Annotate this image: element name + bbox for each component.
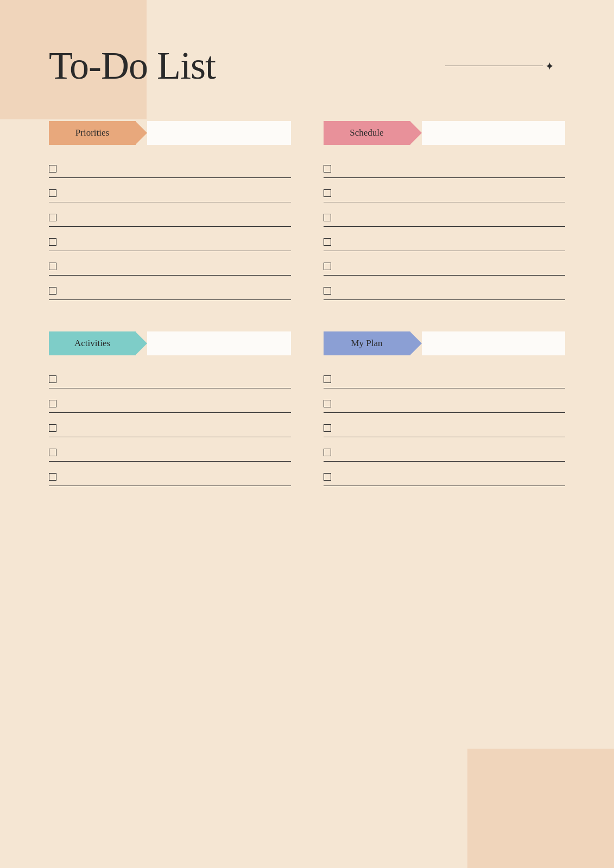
checkbox[interactable] [324,375,331,383]
schedule-chevron [410,121,422,145]
list-item [49,417,291,437]
checkbox[interactable] [324,238,331,246]
schedule-header: Schedule [324,121,566,145]
activities-checklist [49,368,291,486]
priorities-checklist [49,158,291,300]
checkbox[interactable] [49,214,56,221]
item-line [340,399,566,408]
list-item [49,368,291,388]
item-line [65,164,291,173]
item-line [65,262,291,271]
list-item [324,231,566,251]
list-item [324,442,566,462]
item-line [340,262,566,271]
checkbox[interactable] [49,238,56,246]
activities-label-text: Activities [49,331,136,355]
item-line [65,238,291,246]
activities-input-area[interactable] [147,331,291,355]
list-item [324,280,566,300]
list-item [324,256,566,276]
priorities-label: Priorities [49,121,136,145]
list-item [49,393,291,413]
title-row: To-Do List ✦ [49,43,565,88]
checkbox[interactable] [49,287,56,295]
activities-section: Activities [49,331,291,490]
checkbox[interactable] [49,473,56,481]
list-item [49,158,291,178]
list-item [324,368,566,388]
item-line [340,238,566,246]
list-item [49,207,291,227]
item-line [65,473,291,481]
myplan-section: My Plan [324,331,566,490]
myplan-header: My Plan [324,331,566,355]
myplan-chevron [410,331,422,355]
item-line [65,448,291,457]
checkbox[interactable] [324,165,331,173]
item-line [340,213,566,222]
checkbox[interactable] [324,214,331,221]
schedule-section: Schedule [324,121,566,304]
myplan-label-text: My Plan [324,331,410,355]
checkbox[interactable] [49,263,56,270]
item-line [340,473,566,481]
item-line [340,424,566,432]
top-sections-row: Priorities [49,121,565,331]
page-title: To-Do List [49,43,216,88]
item-line [65,424,291,432]
item-line [340,448,566,457]
list-item [49,231,291,251]
checkbox[interactable] [49,189,56,197]
myplan-checklist [324,368,566,486]
list-item [324,158,566,178]
checkbox[interactable] [324,287,331,295]
item-line [65,286,291,295]
list-item [49,280,291,300]
checkbox[interactable] [49,375,56,383]
schedule-input-area[interactable] [422,121,566,145]
corner-decoration-bottom-right [467,749,614,868]
schedule-label: Schedule [324,121,410,145]
priorities-header: Priorities [49,121,291,145]
list-item [49,442,291,462]
checkbox[interactable] [324,189,331,197]
item-line [340,164,566,173]
item-line [340,286,566,295]
bottom-sections-row: Activities [49,331,565,518]
checkbox[interactable] [49,165,56,173]
item-line [340,189,566,197]
list-item [49,256,291,276]
activities-header: Activities [49,331,291,355]
checkbox[interactable] [324,400,331,407]
checkbox[interactable] [49,400,56,407]
priorities-chevron [135,121,147,145]
checkbox[interactable] [49,424,56,432]
checkbox[interactable] [324,263,331,270]
decoration-line [445,66,543,67]
checkbox[interactable] [324,424,331,432]
list-item [324,393,566,413]
list-item [49,182,291,202]
item-line [65,375,291,384]
list-item [324,417,566,437]
schedule-checklist [324,158,566,300]
priorities-section: Priorities [49,121,291,304]
checkbox[interactable] [49,449,56,456]
myplan-input-area[interactable] [422,331,566,355]
title-decoration: ✦ [445,61,554,72]
item-line [65,189,291,197]
item-line [65,399,291,408]
list-item [324,207,566,227]
list-item [49,466,291,486]
decoration-star: ✦ [545,61,554,72]
list-item [324,182,566,202]
checkbox[interactable] [324,449,331,456]
checkbox[interactable] [324,473,331,481]
list-item [324,466,566,486]
activities-chevron [135,331,147,355]
item-line [65,213,291,222]
priorities-input-area[interactable] [147,121,291,145]
item-line [340,375,566,384]
